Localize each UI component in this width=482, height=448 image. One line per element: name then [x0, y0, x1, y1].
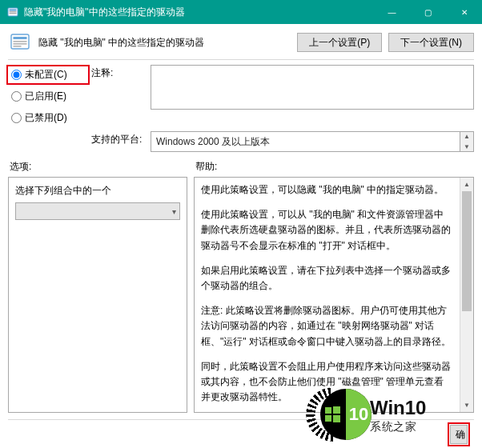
- supported-scrollbar[interactable]: ▲ ▼: [460, 131, 474, 152]
- header: 隐藏 "我的电脑" 中的这些指定的驱动器 上一个设置(P) 下一个设置(N): [8, 30, 474, 59]
- options-panel: 选择下列组合中的一个 ▾: [8, 177, 187, 413]
- radio-not-configured[interactable]: 未配置(C): [8, 66, 88, 83]
- supported-on-text: Windows 2000 及以上版本: [151, 131, 460, 152]
- radio-enabled-label: 已启用(E): [25, 90, 66, 103]
- svg-rect-7: [14, 43, 27, 45]
- minimize-button[interactable]: —: [374, 0, 410, 24]
- prev-setting-button[interactable]: 上一个设置(P): [297, 33, 382, 52]
- state-radio-group: 未配置(C) 已启用(E) 已禁用(D): [8, 65, 88, 126]
- scroll-track[interactable]: [460, 191, 473, 398]
- section-labels: 选项: 帮助:: [8, 160, 474, 174]
- scroll-down-icon: ▼: [464, 143, 470, 150]
- help-p2: 使用此策略设置，可以从 "我的电脑" 和文件资源管理器中删除代表所选硬盘驱动器的…: [201, 207, 453, 254]
- dialog-buttons: 确: [8, 419, 474, 448]
- maximize-button[interactable]: ▢: [410, 0, 446, 24]
- close-button[interactable]: ✕: [446, 0, 482, 24]
- scroll-thumb[interactable]: [462, 191, 472, 311]
- next-setting-button[interactable]: 下一个设置(N): [388, 33, 474, 52]
- radio-enabled[interactable]: 已启用(E): [8, 88, 88, 105]
- radio-disabled-label: 已禁用(D): [25, 111, 67, 125]
- window-controls: — ▢ ✕: [374, 0, 482, 24]
- help-p5: 同时，此策略设置不会阻止用户使用程序来访问这些驱动器或其内容，也不会防止他们使用…: [201, 359, 453, 406]
- help-panel: 使用此策略设置，可以隐藏 "我的电脑" 中的指定驱动器。 使用此策略设置，可以从…: [194, 177, 474, 413]
- drive-combo[interactable]: ▾: [15, 202, 180, 220]
- scroll-up-icon: ▲: [460, 178, 473, 191]
- comment-textarea[interactable]: [151, 65, 474, 110]
- svg-rect-3: [10, 13, 17, 14]
- help-p3: 如果启用此策略设置，请在下拉列表中选择一个驱动器或多个驱动器的组合。: [201, 263, 453, 294]
- svg-rect-2: [10, 11, 17, 12]
- dropdown-label: 选择下列组合中的一个: [15, 184, 180, 198]
- scroll-down-icon: ▼: [460, 398, 473, 412]
- config-area: 未配置(C) 已启用(E) 已禁用(D) 注释: 支持的平台: Windows …: [8, 65, 474, 155]
- radio-enabled-input[interactable]: [11, 91, 22, 102]
- policy-title: 隐藏 "我的电脑" 中的这些指定的驱动器: [38, 36, 204, 50]
- divider: [8, 59, 474, 60]
- radio-disabled-input[interactable]: [11, 113, 22, 123]
- svg-rect-6: [14, 41, 27, 42]
- help-text: 使用此策略设置，可以隐藏 "我的电脑" 中的指定驱动器。 使用此策略设置，可以从…: [195, 178, 460, 412]
- scroll-up-icon: ▲: [464, 133, 470, 140]
- svg-rect-5: [14, 37, 27, 39]
- svg-rect-1: [10, 10, 17, 11]
- chevron-down-icon: ▾: [172, 207, 176, 216]
- help-p4: 注意: 此策略设置将删除驱动器图标。用户仍可使用其他方法访问驱动器的内容，如通过…: [201, 303, 453, 350]
- supported-label: 支持的平台:: [91, 131, 147, 146]
- radio-not-configured-input[interactable]: [11, 70, 22, 80]
- window-titlebar: 隐藏"我的电脑"中的这些指定的驱动器 — ▢ ✕: [0, 0, 482, 24]
- radio-not-configured-label: 未配置(C): [25, 68, 67, 82]
- policy-icon: [8, 30, 32, 54]
- help-p1: 使用此策略设置，可以隐藏 "我的电脑" 中的指定驱动器。: [201, 182, 453, 198]
- options-label: 选项:: [10, 160, 195, 174]
- svg-rect-8: [14, 46, 22, 47]
- help-label: 帮助:: [195, 160, 472, 174]
- ok-button[interactable]: 确: [450, 425, 468, 444]
- radio-disabled[interactable]: 已禁用(D): [8, 110, 88, 126]
- window-title: 隐藏"我的电脑"中的这些指定的驱动器: [24, 6, 185, 19]
- help-scrollbar[interactable]: ▲ ▼: [460, 178, 473, 412]
- comment-label: 注释:: [91, 65, 147, 80]
- app-icon: [6, 6, 19, 18]
